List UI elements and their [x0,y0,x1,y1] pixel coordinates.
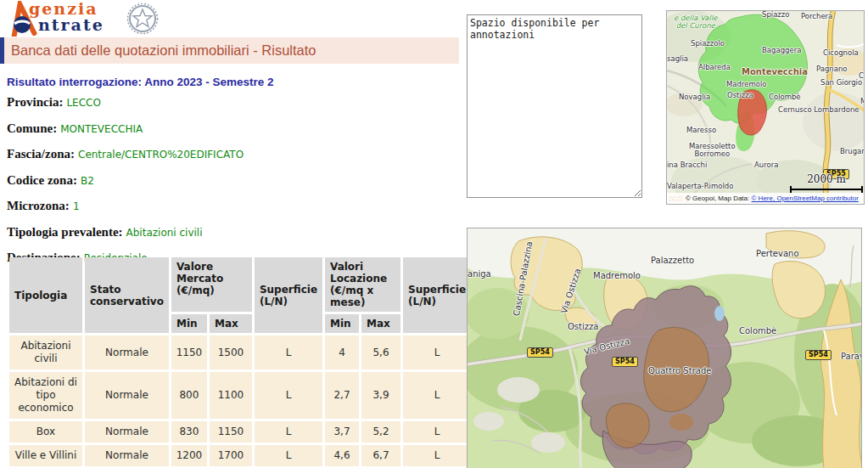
table-cell: Normale [85,372,169,419]
map-label: Spiazzolo [691,40,725,48]
page: genzia ntrate Banca dati delle quotazion… [0,0,868,468]
field-value: MONTEVECCHIA [57,123,143,135]
map-label: ina Bracchi [667,161,707,169]
table-cell: 3,7 [325,421,359,443]
attribution-link[interactable]: © Here, OpenStreetMap contributor [752,195,859,202]
table-cell: 2,7 [325,372,359,419]
table-cell: 1700 [210,445,252,466]
table-cell: 800 [171,372,207,419]
map-label: Colombè [739,326,776,335]
map-attribution: © Geopoi, Map Data: © Here, OpenStreetMa… [667,193,864,204]
field-value: Centrale/CENTRO%20EDIFICATO [75,149,244,161]
page-header-bar: Banca dati delle quotazioni immobiliari … [0,37,459,64]
table-row: BoxNormale8301150L3,75,2L [9,421,471,443]
map-label: Novaglia [679,93,710,101]
map-label: Paravino [841,352,862,361]
table-cell: 1100 [210,372,252,419]
field-label: Tipologia prevalente: [7,225,123,239]
map-label: Bagaggera [762,47,801,54]
map-label: Maressoletto Borromeo [689,143,736,158]
table-cell: 4,6 [325,445,359,466]
table-cell: L [403,445,471,466]
italy-emblem-icon [126,2,160,36]
table-cell: 6,7 [361,445,400,466]
field-label: Codice zona: [7,173,77,187]
map-label: Valaperta-Rimoldo [667,183,733,190]
map-label: e della Valle del Curone [674,14,718,30]
table-cell: L [255,445,322,466]
field-value: B2 [77,175,94,187]
quotazioni-table: Tipologia Stato conservativo Valore Merc… [7,255,473,468]
col-header-stato: Stato conservativo [85,257,169,333]
table-cell: 1500 [210,335,252,369]
result-fields: Provincia:LECCOComune:MONTEVECCHIAFascia… [7,94,456,276]
table-cell: Normale [85,445,169,466]
map-label: Cernusco Lombardone [778,106,860,114]
map-label: Pagnano [816,65,848,73]
col-header-valori-locazione: Valori Locazione (€/mq x mese) [325,257,400,312]
map-label: San Giorgio [820,79,862,87]
overview-map[interactable]: e della Valle del CuroneSpiazzoPorcheraS… [666,10,865,205]
table-cell: L [255,421,322,443]
table-cell: L [403,335,471,369]
table-row: Abitazioni civiliNormale11501500L45,6L [9,335,471,369]
table-cell: Abitazioni civili [9,335,82,369]
field-label: Fascia/zona: [7,147,75,161]
map-scale-bar [790,186,863,193]
quotazioni-table-body: Abitazioni civiliNormale11501500L45,6LAb… [9,335,471,466]
map-label: Madremolo [593,271,641,280]
field-row: Comune:MONTEVECCHIA [7,121,456,136]
field-row: Provincia:LECCO [7,94,456,110]
map-label: Maresso [686,127,716,134]
map-label: Pertevano [756,249,799,258]
road-badge: SP54 [527,347,553,358]
map-label: aniga [468,269,491,279]
map-label: Brugarolo [840,148,865,155]
table-cell: Normale [85,421,169,443]
map-label: Palazzetto [651,256,694,265]
table-cell: 5,6 [361,335,400,369]
zone-map[interactable]: anigaCascina-PalazzinaVia OstizzaMadremo… [467,228,862,468]
map-scale-label: 2000 m [790,173,863,185]
agenzia-entrate-logo: genzia ntrate [7,1,160,37]
field-label: Comune: [7,121,57,135]
field-value: LECCO [63,97,100,109]
map-label: Ostizza [727,92,753,99]
map-label: Montevecchia [742,68,808,76]
table-cell: 830 [171,421,207,443]
table-row: Ville e VilliniNormale12001700L4,66,7L [9,445,471,466]
col-header-superficie-1: Superficie (L/N) [255,257,322,333]
logo-line2: ntrate [29,17,104,33]
map-label: M [860,98,865,105]
table-cell: Box [9,421,82,443]
field-row: Tipologia prevalente:Abitazioni civili [7,224,456,240]
map-label: Porchera [801,13,832,20]
field-value: 1 [70,200,80,212]
col-header-max: Max [210,314,252,333]
col-header-tipologia: Tipologia [9,257,82,333]
table-cell: Normale [85,335,169,369]
table-cell: 1150 [171,335,207,369]
col-header-max: Max [361,314,400,333]
table-row: Abitazioni di tipo economicoNormale80011… [9,372,471,419]
map-label: Albareda [698,64,731,71]
map-label: saglia [667,55,688,63]
map-label: Ca [859,72,865,80]
map-label: Ostizza [568,322,598,331]
map-scale: 2000 m [790,173,863,193]
page-title: Banca dati delle quotazioni immobiliari … [4,37,459,64]
table-cell: L [255,335,322,369]
map-label: Cicognola [823,49,859,57]
road-badge: SP54 [805,350,832,360]
table-cell: 5,2 [361,421,400,443]
attribution-text: © Geopoi, Map Data: [686,195,752,202]
table-cell: 1150 [210,421,252,443]
col-header-superficie-2: Superficie (L/N) [403,257,471,333]
table-cell: 4 [325,335,359,369]
col-header-min: Min [325,314,359,333]
table-cell: Abitazioni di tipo economico [9,372,82,419]
table-cell: 3,9 [361,372,400,419]
road-badge: SP54 [612,357,638,367]
annotations-textarea[interactable]: Spazio disponibile per annotazioni [467,14,642,198]
map-label: Spiazzo [762,11,790,19]
